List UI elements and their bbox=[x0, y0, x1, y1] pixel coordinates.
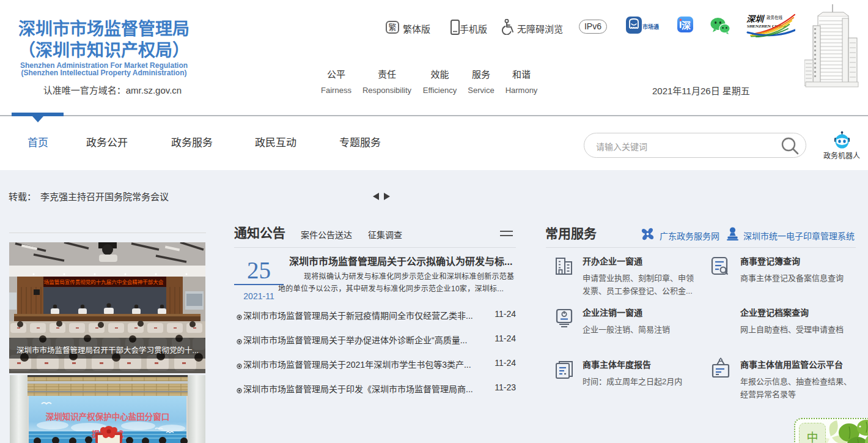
svg-text:深: 深 bbox=[682, 20, 691, 31]
svg-text:深圳市市场监督管理局召开干部大会学习贯彻党的十...: 深圳市市场监督管理局召开干部大会学习贯彻党的十... bbox=[17, 346, 199, 355]
svg-text:政务在线: 政务在线 bbox=[767, 15, 783, 20]
svg-text:深圳知识产权保护中心盐田分窗口: 深圳知识产权保护中心盐田分窗口 bbox=[46, 412, 170, 422]
svg-text:市市场监管局宣传贯彻党的十九届六中全会精神干部大会: 市市场监管局宣传贯彻党的十九届六中全会精神干部大会 bbox=[34, 279, 164, 285]
svg-text:深圳: 深圳 bbox=[746, 15, 765, 24]
